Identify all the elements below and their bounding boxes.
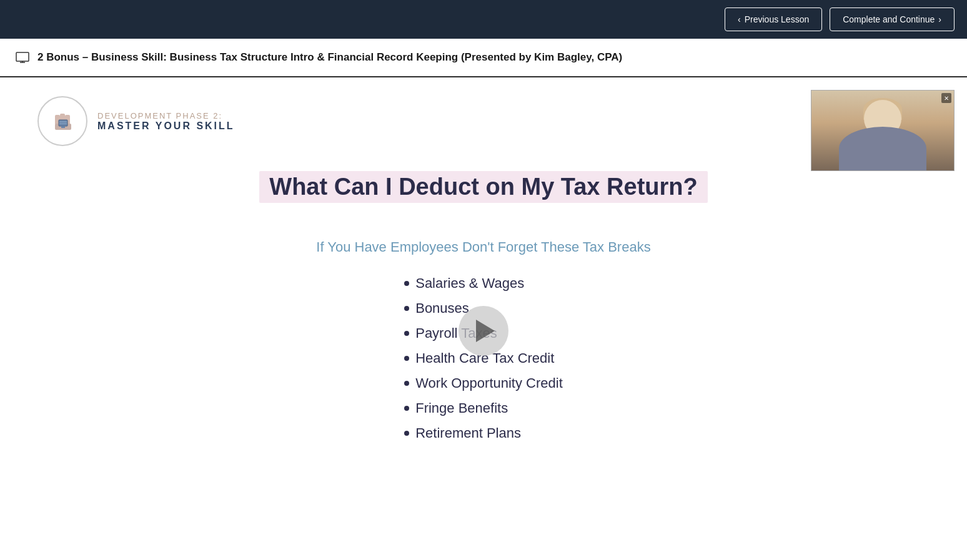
bullet-dot <box>404 431 409 436</box>
phase-subtitle: Development Phase 2: <box>97 111 235 120</box>
lesson-title-bar: 2 Bonus – Business Skill: Business Tax S… <box>0 39 967 77</box>
bullet-text: Fringe Benefits <box>415 400 508 416</box>
bullet-text: Work Opportunity Credit <box>415 375 563 391</box>
bullet-dot <box>404 306 409 311</box>
bullet-list: Salaries & Wages Bonuses Payroll Taxes H… <box>404 275 563 450</box>
bullet-dot <box>404 381 409 386</box>
bullet-text: Bonuses <box>415 300 469 317</box>
previous-lesson-label: Previous Lesson <box>745 14 810 24</box>
bullet-dot <box>404 356 409 361</box>
chevron-left-icon: ‹ <box>738 14 741 24</box>
svg-rect-0 <box>16 52 29 61</box>
play-button[interactable] <box>459 306 508 356</box>
webcam-thumbnail: ✕ <box>811 90 955 171</box>
lesson-type-icon <box>15 50 30 65</box>
chevron-right-icon: › <box>938 14 941 24</box>
svg-rect-9 <box>61 126 65 128</box>
list-item: Work Opportunity Credit <box>404 375 563 391</box>
person-shoulders <box>839 127 926 170</box>
phase-title: Master Your Skill <box>97 120 235 132</box>
slide-area: Development Phase 2: Master Your Skill W… <box>0 77 967 560</box>
bullet-text: Salaries & Wages <box>415 275 524 292</box>
previous-lesson-button[interactable]: ‹ Previous Lesson <box>725 7 822 31</box>
main-content-area: Development Phase 2: Master Your Skill W… <box>0 77 967 560</box>
phase-header: Development Phase 2: Master Your Skill <box>37 96 235 146</box>
phase-logo <box>37 96 87 146</box>
svg-rect-8 <box>59 120 67 126</box>
complete-continue-button[interactable]: Complete and Continue › <box>830 7 955 31</box>
bullet-dot <box>404 406 409 411</box>
lesson-title: 2 Bonus – Business Skill: Business Tax S… <box>37 51 622 64</box>
slide-subtitle: If You Have Employees Don't Forget These… <box>316 239 650 255</box>
bullet-text: Retirement Plans <box>415 425 521 441</box>
webcam-close-button[interactable]: ✕ <box>941 93 951 103</box>
play-icon <box>476 320 495 342</box>
list-item: Salaries & Wages <box>404 275 563 292</box>
slide-main-title: What Can I Deduct on My Tax Return? <box>259 171 707 203</box>
phase-logo-icon <box>47 104 77 139</box>
list-item: Fringe Benefits <box>404 400 563 416</box>
phase-text: Development Phase 2: Master Your Skill <box>97 111 235 132</box>
top-navigation: ‹ Previous Lesson Complete and Continue … <box>0 0 967 39</box>
bullet-dot <box>404 331 409 336</box>
list-item: Retirement Plans <box>404 425 563 441</box>
complete-continue-label: Complete and Continue <box>843 14 935 24</box>
webcam-video <box>811 91 954 170</box>
bullet-dot <box>404 281 409 286</box>
